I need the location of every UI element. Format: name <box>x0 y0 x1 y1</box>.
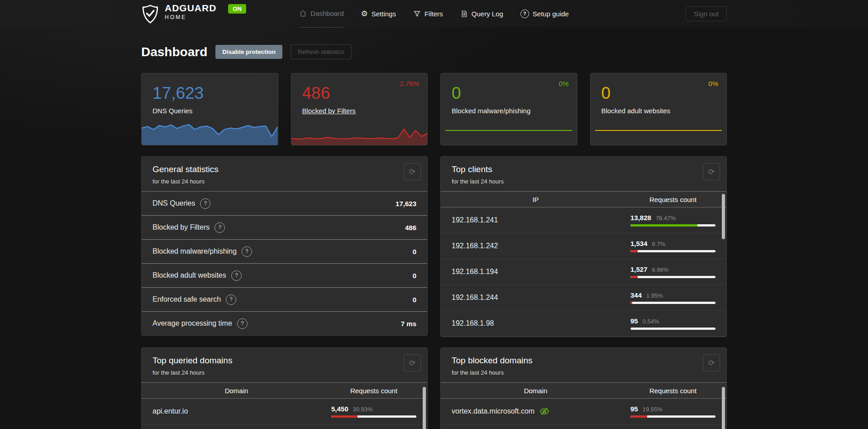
requests-percent: 0.54% <box>643 318 659 325</box>
progress-bar <box>630 250 715 252</box>
help-icon[interactable] <box>242 246 252 257</box>
nav-item-filters[interactable]: Filters <box>413 0 443 27</box>
sign-out-button[interactable]: Sign out <box>686 6 727 21</box>
card-dns-queries: 17,623 DNS Queries <box>141 73 278 145</box>
progress-bar <box>630 328 715 330</box>
refresh-icon[interactable] <box>404 163 421 180</box>
table-row-partial <box>441 424 726 429</box>
client-ip: 192.168.1.98 <box>452 319 494 328</box>
column-requests-count: Requests count <box>331 387 427 395</box>
table-row[interactable]: 192.168.1.98 95 0.54% <box>441 311 726 337</box>
help-icon[interactable] <box>200 198 210 209</box>
stat-row: Blocked malware/phishing 0 <box>142 240 427 264</box>
blocked-adult-sparkline <box>595 128 722 135</box>
card-blocked-adult: 0 Blocked adult websites 0% <box>590 73 727 145</box>
dns-queries-sparkline <box>142 119 278 145</box>
requests-count: 5,450 <box>331 405 348 413</box>
stat-value: 0 <box>413 248 416 255</box>
top-clients-panel: Top clients for the last 24 hours IP Req… <box>440 156 727 337</box>
nav-label: Dashboard <box>310 10 343 17</box>
client-ip: 192.168.1.244 <box>452 294 498 302</box>
document-icon <box>460 10 468 18</box>
help-icon[interactable] <box>226 294 236 305</box>
table-row[interactable]: api.entur.io 5,450 30.93% <box>142 399 427 424</box>
stat-row: Blocked adult websites 0 <box>142 264 427 288</box>
table-row[interactable]: 192.168.1.244 344 1.95% <box>441 285 726 311</box>
panel-subtitle: for the last 24 hours <box>153 369 416 376</box>
nav-label: Query Log <box>472 10 503 18</box>
adguard-logo[interactable]: ADGUARD HOME ON <box>141 3 246 24</box>
stat-value: 7 ms <box>401 320 416 328</box>
general-statistics-panel: General statistics for the last 24 hours… <box>141 156 428 336</box>
top-blocked-domains-panel: Top blocked domains for the last 24 hour… <box>440 347 727 429</box>
blocked-adult-percent: 0% <box>708 80 718 87</box>
progress-bar <box>630 302 715 304</box>
protection-status-badge: ON <box>228 4 246 14</box>
requests-count: 95 <box>630 405 638 413</box>
table-row[interactable]: 192.168.1.194 1,527 8.66% <box>441 259 726 285</box>
nav-item-dashboard[interactable]: Dashboard <box>299 0 343 28</box>
stat-label: Blocked by Filters <box>153 223 210 231</box>
blocked-malware-value: 0 <box>452 84 566 103</box>
refresh-statistics-button[interactable]: Refresh statistics <box>291 44 352 59</box>
column-ip: IP <box>441 196 630 203</box>
requests-percent: 8.66% <box>652 266 669 273</box>
stat-label: Average processing time <box>153 319 232 328</box>
requests-count: 95 <box>630 317 638 325</box>
disable-protection-button[interactable]: Disable protection <box>215 45 282 59</box>
dns-queries-value: 17,623 <box>153 84 267 103</box>
panel-title: Top blocked domains <box>452 356 715 366</box>
help-icon[interactable] <box>231 270 242 281</box>
blocked-adult-label: Blocked adult websites <box>601 107 716 115</box>
brand-name: ADGUARD <box>165 3 216 13</box>
stat-label: Enforced safe search <box>153 295 221 304</box>
card-blocked-malware: 0 Blocked malware/phishing 0% <box>440 73 577 145</box>
scrollbar[interactable] <box>423 387 426 429</box>
nav-item-setup-guide[interactable]: Setup guide <box>520 0 569 27</box>
scrollbar[interactable] <box>722 194 725 239</box>
stat-row: Blocked by Filters 486 <box>142 216 427 240</box>
table-row[interactable]: 192.168.1.242 1,534 8.7% <box>441 233 726 259</box>
column-domain: Domain <box>441 387 630 395</box>
help-icon[interactable] <box>237 318 248 329</box>
refresh-icon[interactable] <box>703 354 720 371</box>
funnel-icon <box>413 10 421 18</box>
table-row[interactable]: 192.168.1.241 13,828 78.47% <box>441 207 726 233</box>
requests-count: 1,527 <box>630 265 648 273</box>
blocked-malware-label: Blocked malware/phishing <box>452 107 566 115</box>
nav-label: Setup guide <box>533 10 569 18</box>
scrollbar[interactable] <box>722 387 725 429</box>
shield-check-icon <box>141 4 159 24</box>
table-header: IP Requests count <box>441 192 726 207</box>
blocked-filters-sparkline <box>291 119 428 145</box>
help-icon[interactable] <box>215 222 225 233</box>
nav-item-query-log[interactable]: Query Log <box>460 0 503 27</box>
nav-item-settings[interactable]: ⚙ Settings <box>361 0 396 27</box>
stat-value: 486 <box>405 224 416 231</box>
requests-percent: 30.93% <box>353 406 373 413</box>
nav-menu: Dashboard ⚙ Settings Filters <box>299 0 569 27</box>
panel-title: General statistics <box>153 164 416 174</box>
page-title: Dashboard <box>141 45 207 59</box>
table-row[interactable]: vortex.data.microsoft.com 95 19.55% <box>441 399 726 424</box>
blocked-malware-percent: 0% <box>559 80 569 87</box>
home-icon <box>299 10 307 17</box>
blocked-filters-link[interactable]: Blocked by Filters <box>302 107 356 115</box>
dns-queries-label: DNS Queries <box>153 107 267 115</box>
stat-row: Enforced safe search 0 <box>142 288 427 312</box>
column-domain: Domain <box>142 387 331 395</box>
requests-percent: 78.47% <box>656 215 676 222</box>
blocked-filters-percent: 2.76% <box>400 80 419 87</box>
refresh-icon[interactable] <box>404 354 421 371</box>
column-requests-count: Requests count <box>630 196 726 203</box>
panel-title: Top queried domains <box>153 356 416 366</box>
requests-percent: 1.95% <box>646 292 663 299</box>
panel-subtitle: for the last 24 hours <box>153 178 416 185</box>
gear-icon: ⚙ <box>361 10 367 18</box>
client-ip: 192.168.1.242 <box>452 242 498 250</box>
refresh-icon[interactable] <box>703 163 720 180</box>
column-requests-count: Requests count <box>630 387 726 395</box>
panel-title: Top clients <box>452 164 715 174</box>
panel-subtitle: for the last 24 hours <box>452 178 715 185</box>
eye-off-icon[interactable] <box>539 406 549 416</box>
